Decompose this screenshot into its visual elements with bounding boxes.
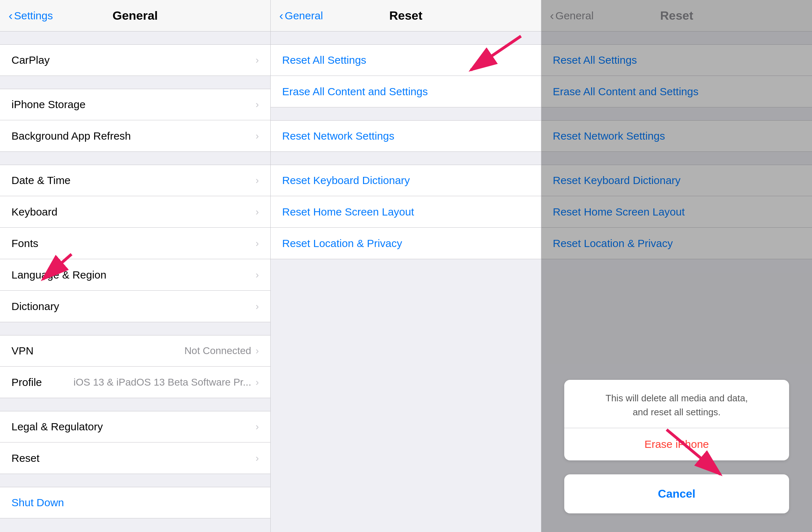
reset-settings-list-mid: Reset All Settings Erase All Content and… xyxy=(271,32,541,532)
datetime-section: Date & Time › Keyboard › Fonts › Languag… xyxy=(0,165,270,322)
erase-all-content-label-mid: Erase All Content and Settings xyxy=(282,86,530,98)
erase-iphone-button[interactable]: Erase iPhone xyxy=(564,428,789,460)
reset-panel-right: ‹ General Reset Reset All Settings Erase… xyxy=(541,0,812,532)
carplay-chevron-icon: › xyxy=(256,54,259,66)
general-settings-list: CarPlay › iPhone Storage › Background Ap… xyxy=(0,32,270,532)
reset-cell[interactable]: Reset › xyxy=(0,442,270,474)
reset-home-screen-cell-right[interactable]: Reset Home Screen Layout xyxy=(541,196,812,228)
date-time-label: Date & Time xyxy=(11,174,256,187)
reset-home-screen-label-mid: Reset Home Screen Layout xyxy=(282,206,530,218)
date-time-chevron-icon: › xyxy=(256,175,259,186)
section-spacer xyxy=(0,322,270,335)
erase-all-content-cell-mid[interactable]: Erase All Content and Settings xyxy=(271,76,541,107)
date-time-cell[interactable]: Date & Time › xyxy=(0,165,270,196)
iphone-storage-cell[interactable]: iPhone Storage › xyxy=(0,89,270,120)
reset-all-settings-cell-mid[interactable]: Reset All Settings xyxy=(271,44,541,76)
reset-nav-bar-mid: ‹ General Reset xyxy=(271,0,541,32)
shutdown-section: Shut Down xyxy=(0,487,270,518)
cancel-button[interactable]: Cancel xyxy=(564,474,789,513)
carplay-section: CarPlay › xyxy=(0,44,270,76)
keyboard-cell[interactable]: Keyboard › xyxy=(0,196,270,228)
general-back-button-mid[interactable]: ‹ General xyxy=(279,10,323,22)
reset-group3-right: Reset Keyboard Dictionary Reset Home Scr… xyxy=(541,165,812,259)
reset-location-cell-right[interactable]: Reset Location & Privacy xyxy=(541,228,812,259)
profile-value: iOS 13 & iPadOS 13 Beta Software Pr... xyxy=(73,377,251,388)
back-chevron-icon-mid: ‹ xyxy=(279,9,283,21)
section-spacer xyxy=(0,152,270,165)
carplay-label: CarPlay xyxy=(11,54,256,66)
background-app-refresh-cell[interactable]: Background App Refresh › xyxy=(0,120,270,152)
reset-keyboard-dict-cell-right[interactable]: Reset Keyboard Dictionary xyxy=(541,165,812,196)
back-chevron-icon: ‹ xyxy=(9,9,13,21)
section-spacer xyxy=(0,76,270,89)
erase-all-content-label-right: Erase All Content and Settings xyxy=(553,86,801,98)
reset-group1-right: Reset All Settings Erase All Content and… xyxy=(541,44,812,107)
legal-regulatory-cell[interactable]: Legal & Regulatory › xyxy=(0,411,270,442)
reset-keyboard-dict-label-mid: Reset Keyboard Dictionary xyxy=(282,174,530,187)
profile-chevron-icon: › xyxy=(256,377,259,388)
shut-down-cell[interactable]: Shut Down xyxy=(0,487,270,518)
reset-location-cell-mid[interactable]: Reset Location & Privacy xyxy=(271,228,541,259)
back-chevron-icon-right: ‹ xyxy=(550,9,554,21)
reset-group1-mid: Reset All Settings Erase All Content and… xyxy=(271,44,541,107)
iphone-storage-chevron-icon: › xyxy=(256,99,259,110)
iphone-storage-label: iPhone Storage xyxy=(11,98,256,111)
dictionary-cell[interactable]: Dictionary › xyxy=(0,291,270,322)
section-spacer xyxy=(0,398,270,411)
vpn-section: VPN Not Connected › Profile iOS 13 & iPa… xyxy=(0,335,270,398)
carplay-cell[interactable]: CarPlay › xyxy=(0,44,270,76)
section-spacer xyxy=(271,32,541,44)
erase-all-content-cell-right[interactable]: Erase All Content and Settings xyxy=(541,76,812,107)
reset-keyboard-dict-cell-mid[interactable]: Reset Keyboard Dictionary xyxy=(271,165,541,196)
vpn-label: VPN xyxy=(11,345,184,357)
reset-all-settings-label-right: Reset All Settings xyxy=(553,54,801,66)
reset-nav-bar-right: ‹ General Reset xyxy=(541,0,812,32)
language-region-label: Language & Region xyxy=(11,269,256,281)
storage-section: iPhone Storage › Background App Refresh … xyxy=(0,89,270,152)
fonts-chevron-icon: › xyxy=(256,238,259,249)
reset-location-label-mid: Reset Location & Privacy xyxy=(282,237,530,250)
reset-title-right: Reset xyxy=(660,9,693,23)
reset-network-cell-mid[interactable]: Reset Network Settings xyxy=(271,120,541,152)
section-spacer xyxy=(541,152,812,165)
dictionary-label: Dictionary xyxy=(11,300,256,313)
general-nav-bar: ‹ Settings General xyxy=(0,0,270,32)
vpn-cell[interactable]: VPN Not Connected › xyxy=(0,335,270,367)
reset-network-cell-right[interactable]: Reset Network Settings xyxy=(541,120,812,152)
legal-section: Legal & Regulatory › Reset › xyxy=(0,411,270,474)
general-panel: ‹ Settings General CarPlay › iPhone Stor… xyxy=(0,0,271,532)
vpn-chevron-icon: › xyxy=(256,345,259,357)
reset-panel-mid: ‹ General Reset Reset All Settings Erase… xyxy=(271,0,541,532)
legal-regulatory-label: Legal & Regulatory xyxy=(11,421,256,433)
reset-all-settings-cell-right[interactable]: Reset All Settings xyxy=(541,44,812,76)
language-region-cell[interactable]: Language & Region › xyxy=(0,259,270,291)
reset-group2-mid: Reset Network Settings xyxy=(271,120,541,152)
profile-cell[interactable]: Profile iOS 13 & iPadOS 13 Beta Software… xyxy=(0,367,270,398)
vpn-value: Not Connected xyxy=(184,345,251,357)
keyboard-label: Keyboard xyxy=(11,206,256,218)
cancel-dialog-area: Cancel xyxy=(564,474,789,513)
reset-home-screen-label-right: Reset Home Screen Layout xyxy=(553,206,801,218)
keyboard-chevron-icon: › xyxy=(256,206,259,218)
reset-network-label-mid: Reset Network Settings xyxy=(282,130,530,142)
section-spacer xyxy=(0,474,270,487)
reset-label: Reset xyxy=(11,452,256,464)
fonts-cell[interactable]: Fonts › xyxy=(0,228,270,259)
section-spacer xyxy=(0,32,270,44)
section-spacer xyxy=(271,152,541,165)
dialog-message: This will delete all media and data,and … xyxy=(564,380,789,428)
reset-title-mid: Reset xyxy=(389,9,422,23)
dictionary-chevron-icon: › xyxy=(256,301,259,312)
background-app-refresh-chevron-icon: › xyxy=(256,130,259,142)
reset-keyboard-dict-label-right: Reset Keyboard Dictionary xyxy=(553,174,801,187)
language-region-chevron-icon: › xyxy=(256,269,259,281)
shut-down-label: Shut Down xyxy=(11,497,259,509)
reset-home-screen-cell-mid[interactable]: Reset Home Screen Layout xyxy=(271,196,541,228)
section-spacer xyxy=(541,32,812,44)
reset-group2-right: Reset Network Settings xyxy=(541,120,812,152)
section-spacer xyxy=(541,107,812,120)
section-spacer xyxy=(271,107,541,120)
reset-group3-mid: Reset Keyboard Dictionary Reset Home Scr… xyxy=(271,165,541,259)
general-back-button-right[interactable]: ‹ General xyxy=(550,10,594,22)
settings-back-button[interactable]: ‹ Settings xyxy=(9,10,53,22)
